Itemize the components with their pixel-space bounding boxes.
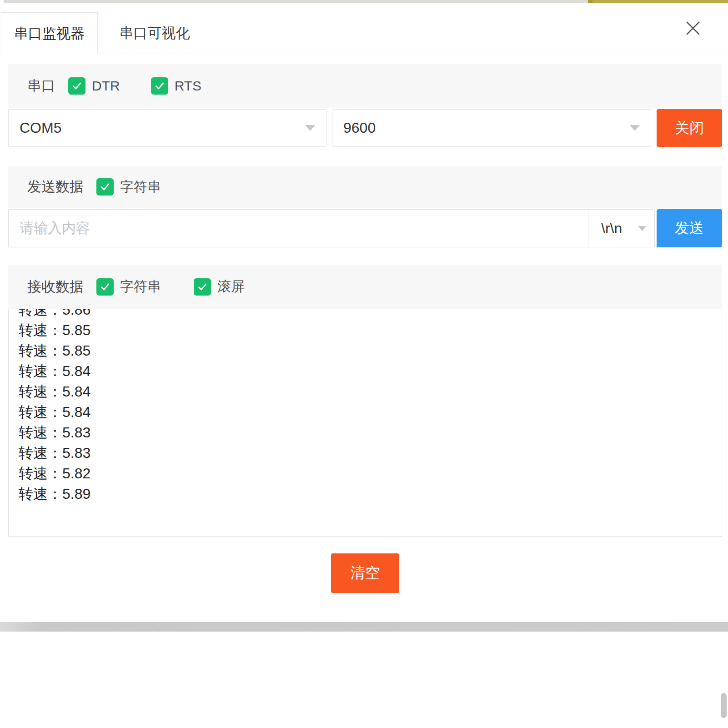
receive-line: 转速：5.85	[19, 341, 722, 361]
line-ending-select[interactable]: \r\n	[588, 209, 655, 247]
tab-serial-visualization-label: 串口可视化	[120, 24, 190, 43]
receive-section-label: 接收数据	[27, 277, 84, 296]
receive-line: 转速：5.83	[19, 422, 722, 443]
check-icon	[196, 281, 208, 293]
receive-scroll-checkbox[interactable]	[194, 278, 211, 296]
line-ending-value: \r\n	[601, 220, 622, 237]
bottom-window-bar	[0, 622, 728, 632]
baud-select[interactable]: 9600	[332, 109, 651, 147]
receive-line: 转速：5.85	[19, 320, 722, 341]
check-icon	[99, 281, 111, 293]
send-input[interactable]	[8, 209, 588, 247]
receive-scroll-checkbox-label: 滚屏	[217, 277, 245, 296]
receive-output-lines: 转速：5.86转速：5.85转速：5.85转速：5.84转速：5.84转速：5.…	[9, 309, 722, 504]
receive-line: 转速：5.84	[19, 382, 722, 402]
receive-line: 转速：5.84	[19, 361, 722, 382]
receive-line: 转速：5.86	[19, 309, 722, 320]
tab-serial-monitor-label: 串口监视器	[14, 24, 85, 43]
check-icon	[154, 80, 166, 92]
tab-serial-visualization[interactable]: 串口可视化	[109, 12, 200, 54]
baud-select-value: 9600	[343, 120, 376, 136]
scrollbar-thumb[interactable]	[721, 693, 727, 718]
receive-string-checkbox-label: 字符串	[120, 277, 161, 296]
background-olive-bar	[588, 0, 728, 3]
receive-line: 转速：5.82	[19, 463, 722, 484]
receive-string-checkbox[interactable]	[96, 278, 114, 296]
dialog-close-button[interactable]	[682, 17, 704, 40]
serial-section-label: 串口	[27, 76, 55, 95]
send-string-checkbox-label: 字符串	[120, 178, 161, 196]
port-select-value: COM5	[20, 120, 61, 136]
tab-serial-monitor[interactable]: 串口监视器	[1, 12, 98, 54]
rts-checkbox-label: RTS	[175, 78, 201, 94]
close-icon	[684, 20, 702, 37]
serial-monitor-dialog: 串口监视器 串口可视化 串口 DTR RTS COM5	[0, 0, 728, 728]
dropdown-arrow-icon	[630, 125, 640, 131]
rts-checkbox[interactable]	[151, 77, 168, 95]
receive-section-header: 接收数据 字符串 滚屏	[8, 265, 722, 309]
check-icon	[99, 181, 111, 193]
background-olive-notch	[588, 0, 592, 3]
receive-line: 转速：5.89	[19, 484, 722, 504]
send-section-label: 发送数据	[27, 177, 84, 196]
receive-line: 转速：5.83	[19, 443, 722, 463]
dropdown-arrow-icon	[305, 125, 315, 131]
send-controls-row: \r\n 发送	[8, 209, 722, 247]
port-select[interactable]: COM5	[8, 109, 326, 147]
serial-section-header: 串口 DTR RTS	[8, 64, 722, 108]
send-button-label: 发送	[675, 218, 704, 238]
clear-button[interactable]: 清空	[331, 553, 399, 593]
clear-button-label: 清空	[350, 563, 380, 583]
send-button[interactable]: 发送	[657, 209, 722, 247]
dtr-checkbox[interactable]	[68, 77, 85, 95]
receive-line: 转速：5.84	[19, 402, 722, 422]
dtr-checkbox-label: DTR	[92, 78, 120, 94]
dropdown-arrow-icon	[638, 226, 646, 231]
background-scroll-track	[4, 0, 588, 3]
send-string-checkbox[interactable]	[96, 178, 114, 196]
serial-controls-row: COM5 9600 关闭	[8, 109, 722, 147]
send-section-header: 发送数据 字符串	[8, 166, 722, 208]
check-icon	[71, 80, 83, 92]
port-close-button-label: 关闭	[675, 118, 704, 138]
receive-output-area[interactable]: 转速：5.86转速：5.85转速：5.85转速：5.84转速：5.84转速：5.…	[8, 309, 722, 537]
port-close-button[interactable]: 关闭	[657, 109, 722, 147]
